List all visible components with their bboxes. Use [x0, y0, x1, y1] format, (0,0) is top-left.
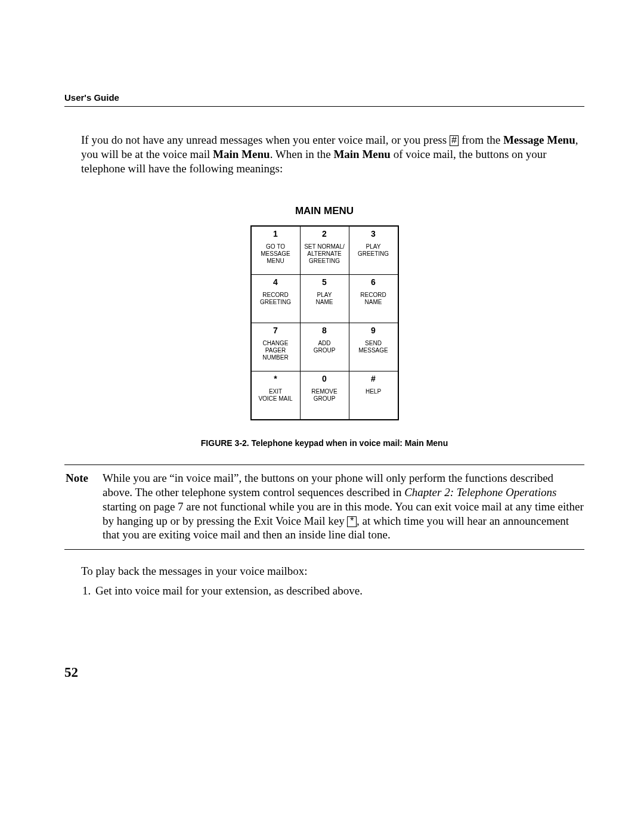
key-label: RECORD GREETING	[253, 292, 299, 306]
keypad-key-6: 6 RECORD NAME	[349, 275, 398, 323]
keypad-key-2: 2 SET NORMAL/ ALTERNATE GREETING	[300, 226, 349, 275]
intro-text: . When in the	[270, 148, 334, 160]
table-row: 4 RECORD GREETING 5 PLAY NAME 6 RECORD N…	[251, 275, 398, 323]
chapter-reference: Chapter 2: Telephone Operations	[404, 486, 556, 498]
keypad-figure: MAIN MENU 1 GO TO MESSAGE MENU 2 SET NOR…	[64, 205, 584, 420]
list-item: 1.Get into voice mail for your extension…	[82, 583, 584, 600]
table-row: 7 CHANGE PAGER NUMBER 8 ADD GROUP 9 SEND…	[251, 323, 398, 371]
key-label: SET NORMAL/ ALTERNATE GREETING	[302, 243, 348, 265]
key-label: PLAY GREETING	[351, 243, 397, 258]
key-number: 9	[351, 326, 397, 335]
key-number: 0	[302, 374, 348, 383]
keypad-key-3: 3 PLAY GREETING	[349, 226, 398, 275]
key-number: 4	[253, 277, 299, 287]
playback-intro: To play back the messages in your voice …	[81, 563, 584, 580]
key-label: RECORD NAME	[351, 292, 397, 306]
key-number: 3	[351, 229, 397, 239]
post-note-section: To play back the messages in your voice …	[81, 563, 584, 599]
table-row: 1 GO TO MESSAGE MENU 2 SET NORMAL/ ALTER…	[251, 226, 398, 275]
running-header: User's Guide	[64, 92, 584, 103]
key-label: GO TO MESSAGE MENU	[253, 243, 299, 265]
key-number: 8	[302, 326, 348, 335]
keypad-key-0: 0 REMOVE GROUP	[300, 371, 349, 420]
keypad-key-star: * EXIT VOICE MAIL	[251, 371, 301, 420]
key-label: CHANGE PAGER NUMBER	[253, 340, 299, 361]
intro-text: from the	[459, 134, 503, 146]
key-label: PLAY NAME	[302, 292, 348, 306]
keypad-key-9: 9 SEND MESSAGE	[349, 323, 398, 371]
intro-bold: Main Menu	[333, 148, 391, 160]
table-row: * EXIT VOICE MAIL 0 REMOVE GROUP # HELP	[251, 371, 398, 420]
keypad-key-8: 8 ADD GROUP	[300, 323, 349, 371]
intro-bold: Main Menu	[213, 148, 270, 160]
key-number: 5	[302, 277, 348, 287]
header-rule	[64, 106, 584, 107]
star-key-icon: *	[347, 516, 357, 527]
keypad-key-hash: # HELP	[349, 371, 398, 420]
figure-caption: FIGURE 3-2. Telephone keypad when in voi…	[64, 438, 584, 448]
intro-paragraph: If you do not have any unread messages w…	[81, 133, 584, 175]
key-label: REMOVE GROUP	[302, 388, 348, 402]
key-label: SEND MESSAGE	[351, 340, 397, 354]
key-label: HELP	[351, 388, 397, 395]
key-number: *	[253, 374, 299, 383]
keypad-table: 1 GO TO MESSAGE MENU 2 SET NORMAL/ ALTER…	[250, 225, 399, 420]
keypad-title: MAIN MENU	[64, 205, 584, 217]
list-number: 1.	[82, 583, 95, 600]
key-number: 1	[253, 229, 299, 239]
page: User's Guide If you do not have any unre…	[0, 0, 644, 833]
key-number: 7	[253, 326, 299, 335]
key-label: EXIT VOICE MAIL	[253, 388, 299, 402]
note-body: While you are “in voice mail”, the butto…	[103, 471, 584, 542]
keypad-key-1: 1 GO TO MESSAGE MENU	[251, 226, 301, 275]
hash-key-icon: #	[450, 135, 459, 146]
page-number: 52	[64, 665, 78, 680]
keypad-key-7: 7 CHANGE PAGER NUMBER	[251, 323, 301, 371]
key-number: 2	[302, 229, 348, 239]
key-label: ADD GROUP	[302, 340, 348, 354]
list-text: Get into voice mail for your extension, …	[95, 584, 363, 597]
keypad-key-4: 4 RECORD GREETING	[251, 275, 301, 323]
intro-text: If you do not have any unread messages w…	[81, 134, 450, 146]
note-label: Note	[66, 471, 103, 542]
key-number: 6	[351, 277, 397, 287]
note-block: Note While you are “in voice mail”, the …	[64, 465, 584, 550]
intro-bold: Message Menu	[503, 134, 575, 146]
key-number: #	[351, 374, 397, 383]
keypad-key-5: 5 PLAY NAME	[300, 275, 349, 323]
